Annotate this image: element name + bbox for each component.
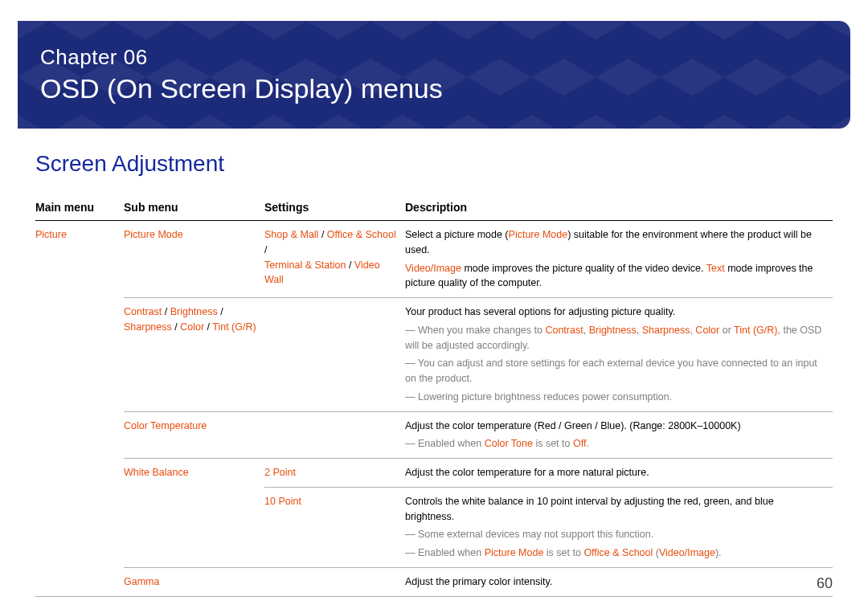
- col-description: Description: [405, 194, 833, 221]
- chapter-label: Chapter 06: [40, 45, 828, 70]
- sub-menu-value: Gamma: [124, 576, 159, 587]
- chapter-header: Chapter 06 OSD (On Screen Display) menus: [18, 21, 850, 129]
- table-row: Gamma Adjust the primary color intensity…: [35, 567, 833, 595]
- main-menu-value: Picture: [35, 229, 67, 240]
- content-area: Screen Adjustment Main menu Sub menu Set…: [0, 129, 868, 597]
- description-value: Adjust the color temperature (Red / Gree…: [405, 411, 833, 458]
- settings-value: Shop & Mall / Office & School / Terminal…: [264, 221, 405, 298]
- section-title: Screen Adjustment: [35, 151, 833, 177]
- col-settings: Settings: [264, 194, 405, 221]
- description-value: Select a picture mode (Picture Mode) sui…: [405, 221, 833, 298]
- settings-table: Main menu Sub menu Settings Description …: [35, 194, 833, 597]
- sub-menu-value: Color Temperature: [124, 420, 207, 431]
- settings-value: 10 Point: [264, 496, 301, 507]
- description-value: Adjust the primary color intensity.: [405, 567, 833, 595]
- settings-value: 2 Point: [264, 467, 296, 478]
- sub-menu-value: Picture Mode: [124, 229, 183, 240]
- sub-menu-value: White Balance: [124, 467, 189, 478]
- col-sub-menu: Sub menu: [124, 194, 264, 221]
- description-value: Controls the white balance in 10 point i…: [405, 487, 833, 567]
- col-main-menu: Main menu: [35, 194, 124, 221]
- page-number: 60: [817, 575, 833, 592]
- chapter-title: OSD (On Screen Display) menus: [40, 73, 828, 104]
- table-row: 10 Point Controls the white balance in 1…: [35, 487, 833, 567]
- description-value: Your product has several options for adj…: [405, 298, 833, 411]
- table-row: Contrast / Brightness / Sharpness / Colo…: [35, 298, 833, 411]
- table-row: Picture Picture Mode Shop & Mall / Offic…: [35, 221, 833, 298]
- sub-menu-value: Contrast / Brightness / Sharpness / Colo…: [124, 298, 264, 411]
- table-header-row: Main menu Sub menu Settings Description: [35, 194, 833, 221]
- description-value: Adjust the color temperature for a more …: [405, 459, 833, 487]
- table-row: Color Temperature Adjust the color tempe…: [35, 411, 833, 458]
- table-row: White Balance 2 Point Adjust the color t…: [35, 459, 833, 487]
